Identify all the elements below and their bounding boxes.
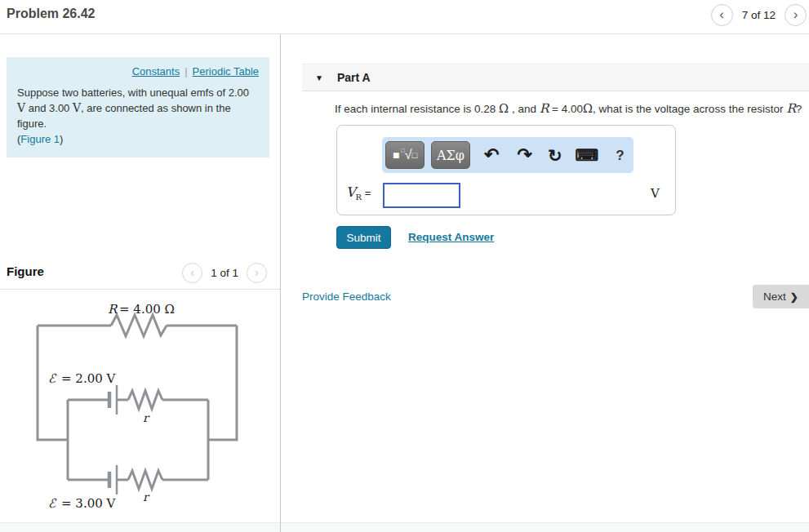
redo-icon[interactable]: ↷ [517,146,531,164]
prev-figure-button[interactable]: ‹ [182,263,202,283]
label-emf2-value: = 3.00 V [61,496,117,511]
chevron-right-icon: ❯ [790,291,798,303]
part-a-header[interactable]: ▼ Part A [302,64,809,91]
question-segment: ? [796,103,802,115]
equation-editor-button[interactable]: ■□√□ [385,141,425,169]
volt-symbol: V [73,101,81,114]
link-separator: | [184,65,187,78]
greek-symbols-label: ΑΣφ [437,148,465,163]
question-segment: , what is the voltage across the resisto… [593,103,786,115]
question-segment: , and [509,103,540,115]
volt-symbol: V [17,101,25,114]
answer-variable-label: VR = [346,186,371,202]
next-figure-button[interactable]: › [247,263,267,283]
circuit-diagram: R = 4.00 Ω ℰ = 2.00 V r ℰ = 3.00 V r [0,294,280,532]
answer-input[interactable] [383,183,460,208]
V-subscript: R [356,193,362,202]
help-icon[interactable]: ? [616,149,624,162]
request-answer-link[interactable]: Request Answer [408,231,494,243]
omega-symbol: Ω [583,102,593,115]
label-emf1-var: ℰ [48,371,57,386]
reference-links: Constants|Periodic Table [17,65,259,78]
constants-link[interactable]: Constants [132,65,180,78]
label-R-var: R [108,302,118,317]
resistor-r-bottom [128,471,162,489]
hollow-square-icon: □ [411,150,417,160]
paren-close: ) [60,133,63,145]
figure-pager: ‹ 1 of 1 › [182,263,267,283]
label-emf2-var: ℰ [48,496,57,511]
answer-box: ■□√□ ΑΣφ ↶ ↷ ↻ ⌨ ? VR = V [336,125,676,215]
chevron-right-icon: › [793,7,798,21]
label-r-top: r [143,411,150,424]
keyboard-icon[interactable]: ⌨ [575,147,598,163]
resistor-r-top [128,391,162,409]
label-emf1-value: = 2.00 V [61,371,117,386]
figure-title: Figure [7,264,44,278]
label-r-bottom: r [143,490,150,503]
label-R-value: = 4.00 Ω [119,302,175,317]
answer-unit: V [651,186,660,201]
next-button[interactable]: Next ❯ [753,285,809,308]
figure-header: Figure ‹ 1 of 1 › [0,263,280,289]
chevron-right-icon: › [255,266,259,278]
radical-icon: √ [405,148,412,162]
part-a-question: If each internal resistance is 0.28 Ω , … [335,103,807,116]
figure-pager-label: 1 of 1 [211,267,238,279]
next-problem-button[interactable]: › [785,4,807,26]
left-column: Constants|Periodic Table Suppose two bat… [0,34,280,522]
submit-button[interactable]: Submit [336,226,391,249]
problem-text: Suppose two batteries, with unequal emfs… [17,86,259,147]
figure-1-link[interactable]: Figure 1 [20,133,60,145]
greek-symbols-button[interactable]: ΑΣφ [431,141,470,169]
prev-problem-button[interactable]: ‹ [711,4,733,26]
undo-icon[interactable]: ↶ [484,146,499,164]
equation-toolbar: ■□√□ ΑΣφ ↶ ↷ ↻ ⌨ ? [382,137,633,173]
top-header: Problem 26.42 ‹ 7 of 12 › [0,0,809,34]
problem-text-segment: and 3.00 [25,102,73,114]
problem-text-segment: Suppose two batteries, with unequal emfs… [17,86,249,99]
chevron-left-icon: ‹ [719,7,724,21]
problem-statement-box: Constants|Periodic Table Suppose two bat… [7,57,269,157]
omega-symbol: Ω [499,102,509,115]
reset-icon[interactable]: ↻ [548,147,562,164]
provide-feedback-link[interactable]: Provide Feedback [302,290,391,303]
chevron-left-icon: ‹ [190,266,194,278]
question-segment: If each internal resistance is 0.28 [335,103,499,115]
equals-sign: = [365,187,371,199]
resistor-R [111,315,167,336]
R-symbol: R [786,101,796,116]
part-a-title: Part A [337,71,371,84]
figure-reference: (Figure 1) [17,132,259,148]
periodic-table-link[interactable]: Periodic Table [193,65,259,78]
page-title: Problem 26.42 [7,7,96,21]
battery-branches [68,385,208,494]
column-divider [280,34,281,532]
collapse-caret-icon: ▼ [315,73,323,82]
filled-square-icon: ■ [393,149,399,162]
question-segment: = 4.00 [549,103,583,115]
R-symbol: R [540,101,549,116]
figure-divider [0,289,280,290]
problem-pager: ‹ 7 of 12 › [711,4,807,26]
V-symbol: V [346,184,356,200]
next-button-label: Next [763,290,786,303]
problem-pager-label: 7 of 12 [742,9,776,21]
